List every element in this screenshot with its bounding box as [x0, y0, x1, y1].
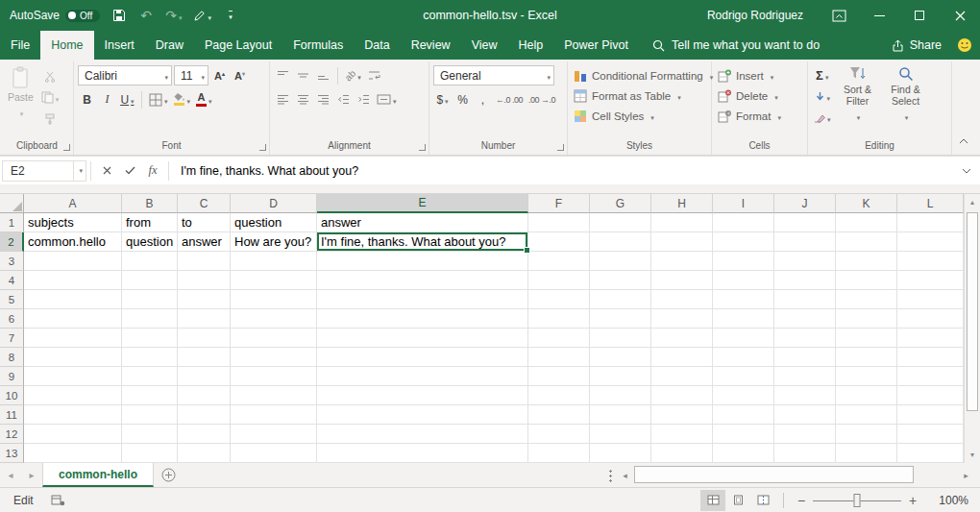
tab-data[interactable]: Data	[354, 31, 400, 60]
zoom-slider[interactable]	[813, 490, 901, 511]
accounting-format-button[interactable]: $	[433, 89, 452, 110]
number-format-combo[interactable]: General	[433, 65, 554, 85]
cell-I13[interactable]	[713, 444, 774, 463]
cell-A4[interactable]	[24, 271, 122, 290]
cell-G2[interactable]	[590, 232, 651, 252]
ribbon-display-options-button[interactable]	[819, 0, 859, 31]
column-header-D[interactable]: D	[231, 194, 317, 213]
cell-C4[interactable]	[178, 271, 231, 290]
increase-decimal-button[interactable]: ←.0 .00	[494, 89, 525, 110]
cell-K6[interactable]	[836, 309, 897, 329]
tab-view[interactable]: View	[461, 31, 508, 60]
column-header-J[interactable]: J	[774, 194, 836, 213]
increase-font-size-button[interactable]: A	[210, 65, 229, 85]
align-top-button[interactable]	[274, 65, 292, 85]
cell-I9[interactable]	[713, 367, 774, 386]
cell-L5[interactable]	[897, 290, 964, 309]
scroll-down-button[interactable]	[965, 447, 980, 463]
merge-center-button[interactable]	[375, 89, 399, 110]
cell-D3[interactable]	[231, 252, 317, 271]
format-cells-button[interactable]: Format	[716, 106, 803, 126]
cell-styles-button[interactable]: Cell Styles	[572, 106, 707, 126]
cell-C13[interactable]	[178, 444, 231, 463]
cell-F9[interactable]	[528, 367, 590, 386]
align-left-button[interactable]	[274, 89, 292, 110]
cell-E5[interactable]	[317, 290, 528, 309]
enter-button[interactable]	[118, 160, 141, 182]
cell-L11[interactable]	[897, 405, 964, 425]
page-layout-view-button[interactable]	[725, 490, 750, 511]
cell-E3[interactable]	[317, 252, 528, 271]
cell-H5[interactable]	[651, 290, 713, 309]
qat-customize-button[interactable]: ▾	[223, 4, 238, 27]
tab-power-pivot[interactable]: Power Pivot	[553, 31, 639, 60]
share-button[interactable]: Share	[892, 38, 942, 52]
number-dialog-launcher[interactable]	[557, 144, 564, 151]
borders-button[interactable]	[147, 89, 170, 110]
column-header-B[interactable]: B	[122, 194, 178, 213]
cell-B1[interactable]: from	[122, 213, 178, 232]
cell-L12[interactable]	[897, 425, 964, 444]
font-size-combo[interactable]: 11	[174, 65, 208, 85]
cell-K4[interactable]	[836, 271, 897, 290]
redo-button[interactable]: ↷	[165, 4, 182, 27]
cell-B10[interactable]	[122, 386, 178, 405]
font-dialog-launcher[interactable]	[259, 144, 266, 151]
cell-K8[interactable]	[836, 348, 897, 367]
cell-E12[interactable]	[317, 425, 528, 444]
row-header-8[interactable]: 8	[0, 348, 24, 367]
align-middle-button[interactable]	[294, 65, 312, 85]
cell-C10[interactable]	[178, 386, 231, 405]
row-header-12[interactable]: 12	[0, 425, 24, 444]
cell-D9[interactable]	[231, 367, 317, 386]
vertical-scroll-thumb[interactable]	[967, 212, 978, 411]
cell-E13[interactable]	[317, 444, 528, 463]
cell-H3[interactable]	[651, 252, 713, 271]
increase-indent-button[interactable]	[355, 89, 373, 110]
cell-K3[interactable]	[836, 252, 897, 271]
cell-C7[interactable]	[178, 329, 231, 348]
cell-I6[interactable]	[713, 309, 774, 329]
cell-A11[interactable]	[24, 405, 122, 425]
cell-G8[interactable]	[590, 348, 651, 367]
zoom-slider-thumb[interactable]	[854, 494, 861, 507]
align-center-button[interactable]	[294, 89, 312, 110]
cell-L2[interactable]	[897, 232, 964, 252]
cell-B8[interactable]	[122, 348, 178, 367]
cell-C9[interactable]	[178, 367, 231, 386]
cell-E9[interactable]	[317, 367, 528, 386]
italic-button[interactable]: I	[98, 89, 116, 110]
cell-F2[interactable]	[528, 232, 590, 252]
cell-E2[interactable]: I'm fine, thanks. What about you?	[317, 232, 528, 252]
column-header-K[interactable]: K	[836, 194, 897, 213]
cell-H7[interactable]	[651, 329, 713, 348]
new-sheet-button[interactable]	[154, 463, 183, 487]
cell-I8[interactable]	[713, 348, 774, 367]
page-break-preview-button[interactable]	[750, 490, 775, 511]
cell-H9[interactable]	[651, 367, 713, 386]
row-header-6[interactable]: 6	[0, 309, 24, 329]
horizontal-scroll-track[interactable]	[633, 463, 958, 487]
cell-G7[interactable]	[590, 329, 651, 348]
cell-E1[interactable]: answer	[317, 213, 528, 232]
underline-button[interactable]: U	[118, 89, 136, 110]
undo-button[interactable]: ↶	[138, 4, 154, 27]
scroll-up-button[interactable]	[965, 194, 980, 210]
cell-B6[interactable]	[122, 309, 178, 329]
cell-D2[interactable]: How are you?	[231, 232, 317, 252]
cell-L13[interactable]	[897, 444, 964, 463]
column-header-E[interactable]: E	[317, 194, 528, 213]
cancel-button[interactable]	[95, 160, 118, 182]
tab-review[interactable]: Review	[401, 31, 461, 60]
cell-C11[interactable]	[178, 405, 231, 425]
cell-E10[interactable]	[317, 386, 528, 405]
align-right-button[interactable]	[314, 89, 332, 110]
tab-help[interactable]: Help	[508, 31, 554, 60]
row-header-2[interactable]: 2	[0, 232, 24, 252]
cell-L6[interactable]	[897, 309, 964, 329]
autosum-button[interactable]: Σ	[812, 65, 833, 85]
cell-G5[interactable]	[590, 290, 651, 309]
collapse-ribbon-button[interactable]	[955, 134, 972, 149]
bold-button[interactable]: B	[78, 89, 96, 110]
scroll-left-button[interactable]	[617, 463, 633, 487]
